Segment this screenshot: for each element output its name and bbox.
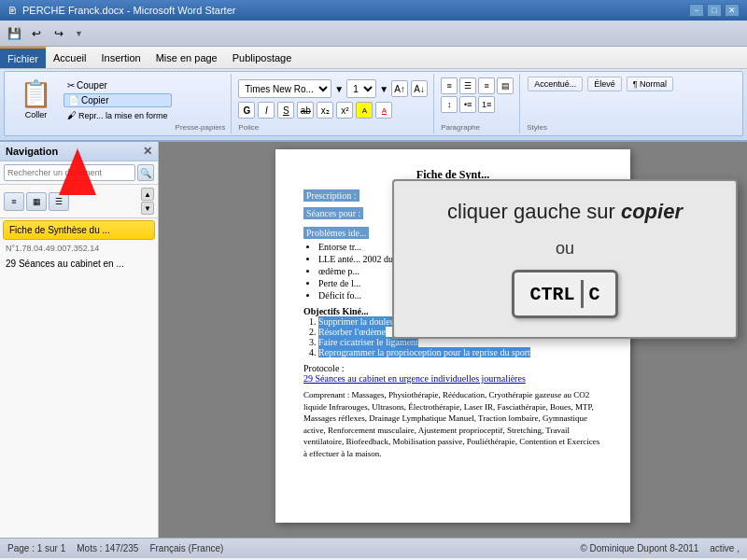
nav-item-fiche[interactable]: Fiche de Synthèse du ...	[3, 220, 155, 240]
nav-scroll-up-button[interactable]: ▲	[141, 188, 154, 201]
status-active: active ,	[710, 543, 740, 553]
window-controls: − □ ✕	[689, 4, 740, 17]
bullets-btn[interactable]: •≡	[459, 96, 476, 113]
status-watermark: © Dominique Dupont 8-2011	[580, 543, 698, 553]
status-page: Page : 1 sur 1	[7, 543, 65, 553]
style-accentuated[interactable]: Accentué...	[528, 77, 583, 91]
nav-view-controls: ≡ ▦ ☰ ▲ ▼	[0, 185, 158, 218]
nav-view-pages-btn[interactable]: ▦	[26, 192, 47, 211]
align-right-btn[interactable]: ≡	[478, 77, 495, 94]
superscript-button[interactable]: x²	[336, 102, 353, 119]
reproduire-button[interactable]: 🖌 Repr... la mise en forme	[63, 109, 172, 121]
overlay-main-text: cliquer gauche sur copier	[416, 200, 713, 224]
font-name-row: Times New Ro... ▼ 12 ▼ A↑ A↓	[238, 77, 428, 100]
format-painter-icon: 🖌	[67, 110, 77, 120]
save-quick-btn[interactable]: 💾	[4, 23, 24, 44]
nav-pane-header: Navigation ✕	[0, 142, 158, 161]
doc-comprenant: Comprenant : Massages, Physiothérapie, R…	[303, 389, 602, 460]
menu-fichier[interactable]: Fichier	[0, 47, 46, 68]
font-style-row: G I S ab x₂ x² A A	[238, 100, 392, 120]
font-name-select[interactable]: Times New Ro...	[238, 79, 331, 98]
seances-label: Séances pour :	[303, 207, 363, 219]
nav-scroll-down-button[interactable]: ▼	[141, 202, 154, 215]
nav-view-headings-btn[interactable]: ≡	[4, 192, 24, 211]
numbering-btn[interactable]: 1≡	[478, 96, 495, 113]
menu-publipostage[interactable]: Publipostage	[225, 47, 300, 68]
document-area: Fiche de Synt... Prescription : Séances …	[159, 142, 747, 538]
ctrl-key-label: CTRL	[529, 284, 574, 305]
scissors-icon: ✂	[67, 80, 75, 91]
seances-urgence: 29 Séances au cabinet en urgence individ…	[303, 373, 526, 384]
font-shrink-btn[interactable]: A↓	[411, 80, 428, 97]
clipboard-group: 📋 Coller ✂ Couper 📄 Copier 🖌	[7, 74, 232, 133]
menu-insertion[interactable]: Insertion	[93, 47, 148, 68]
overlay-popup: cliquer gauche sur copier ou CTRL C	[392, 179, 738, 339]
copy-icon: 📄	[68, 95, 79, 105]
key-separator	[581, 280, 584, 308]
prescription-label: Prescription :	[303, 189, 359, 202]
quick-access-toolbar: 💾 ↩ ↪ ▼	[0, 21, 747, 47]
navigation-pane: Navigation ✕ 🔍 ≡ ▦ ☰ ▲ ▼ Fiche de Synthè…	[0, 142, 159, 538]
doc-protocole: Protocole : 29 Séances au cabinet en urg…	[303, 363, 602, 384]
nav-view-results-btn[interactable]: ☰	[49, 192, 69, 211]
align-left-btn[interactable]: ≡	[441, 77, 458, 94]
nav-close-button[interactable]: ✕	[143, 145, 152, 158]
ribbon-content: 📋 Coller ✂ Couper 📄 Copier 🖌	[4, 71, 743, 136]
app-title: PERCHE Franck.docx - Microsoft Word Star…	[22, 5, 235, 16]
status-language: Français (France)	[149, 543, 223, 553]
close-button[interactable]: ✕	[725, 4, 740, 17]
bold-button[interactable]: G	[238, 102, 255, 119]
minimize-button[interactable]: −	[689, 4, 704, 17]
underline-button[interactable]: S	[277, 102, 294, 119]
menu-mise-en-page[interactable]: Mise en page	[148, 47, 225, 68]
overlay-or-text: ou	[416, 239, 713, 259]
copier-button[interactable]: 📄 Copier	[63, 93, 172, 107]
nav-pane-title: Navigation	[6, 146, 58, 157]
redo-btn[interactable]: ↪	[49, 23, 69, 44]
styles-group: Accentué... Élevé ¶ Normal Styles	[521, 74, 689, 133]
ribbon: 📋 Coller ✂ Couper 📄 Copier 🖌	[0, 69, 747, 142]
list-item: Reprogrammer la proprioception pour la r…	[318, 347, 602, 357]
coller-button[interactable]: 📋 Coller	[12, 76, 60, 122]
protocole-label: Protocole :	[303, 363, 345, 373]
police-group: Times New Ro... ▼ 12 ▼ A↑ A↓ G I S ab x₂	[233, 74, 434, 133]
status-bar: Page : 1 sur 1 Mots : 147/235 Français (…	[0, 538, 747, 558]
menu-bar: Fichier Accueil Insertion Mise en page P…	[0, 47, 747, 69]
strikethrough-button[interactable]: ab	[297, 102, 314, 119]
subscript-button[interactable]: x₂	[317, 102, 333, 119]
line-spacing-btn[interactable]: ↕	[441, 96, 458, 113]
paragraph-group: ≡ ☰ ≡ ▤ ↕ •≡ 1≡ Paragraphe	[435, 74, 520, 133]
font-size-select[interactable]: 12	[346, 79, 376, 98]
workspace: Navigation ✕ 🔍 ≡ ▦ ☰ ▲ ▼ Fiche de Synthè…	[0, 142, 747, 538]
nav-search-bar: 🔍	[0, 161, 158, 185]
ribbon-area: 📋 Coller ✂ Couper 📄 Copier 🖌	[0, 69, 747, 142]
justify-btn[interactable]: ▤	[497, 77, 514, 94]
nav-search-button[interactable]: 🔍	[137, 164, 154, 181]
style-eleve[interactable]: Élevé	[587, 77, 622, 91]
couper-button[interactable]: ✂ Couper	[63, 79, 172, 91]
restore-button[interactable]: □	[707, 4, 722, 17]
nav-search-input[interactable]	[4, 164, 135, 181]
nav-item-fiche-sub: N°1.78.04.49.007.352.14	[0, 242, 158, 256]
c-key-label: C	[589, 284, 600, 305]
title-bar: 🖹 PERCHE Franck.docx - Microsoft Word St…	[0, 0, 747, 21]
undo-btn[interactable]: ↩	[26, 23, 47, 44]
highlight-button[interactable]: A	[356, 102, 373, 119]
nav-item-seances[interactable]: 29 Séances au cabinet en ...	[0, 256, 158, 272]
problemes-header: Problèmes ide...	[303, 227, 369, 239]
font-grow-btn[interactable]: A↑	[391, 80, 408, 97]
align-center-btn[interactable]: ☰	[459, 77, 476, 94]
paste-icon: 📋	[20, 78, 52, 109]
ctrl-c-keyboard-shortcut: CTRL C	[512, 270, 617, 318]
style-normal[interactable]: ¶ Normal	[627, 77, 673, 91]
italic-button[interactable]: I	[258, 102, 275, 119]
status-words: Mots : 147/235	[77, 543, 138, 553]
font-color-button[interactable]: A	[375, 102, 392, 119]
menu-accueil[interactable]: Accueil	[46, 47, 93, 68]
